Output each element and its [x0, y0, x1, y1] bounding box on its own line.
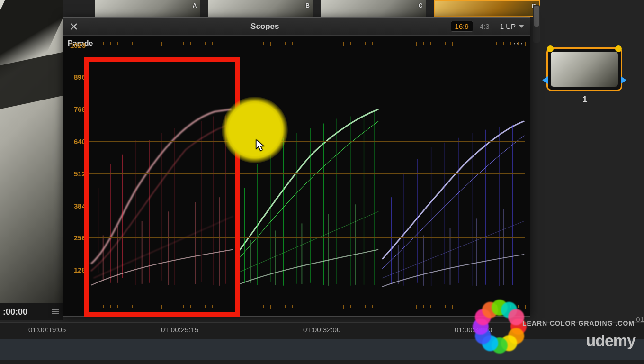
node-item[interactable]	[546, 47, 622, 91]
thumbnail-letter: A	[193, 2, 197, 9]
scopes-title: Scopes	[79, 22, 451, 31]
gallery-thumbnail-b[interactable]: B	[208, 0, 313, 17]
timeline-timecode: 01:00:32:00	[303, 326, 340, 334]
timeline-ruler: 01:00:19:0501:00:25:1501:00:32:0001:00:3…	[0, 326, 644, 339]
timeline-track[interactable]	[0, 339, 644, 360]
brand-wreath-icon	[474, 300, 526, 353]
node-output-icon[interactable]	[621, 76, 626, 84]
timecode-options-icon[interactable]	[52, 309, 59, 314]
brand-platform-text: udemy	[586, 331, 635, 350]
timeline-timecode: 01:00:25:15	[161, 326, 198, 334]
parade-axis-label: 896	[65, 73, 86, 81]
parade-axis-label: 128	[65, 266, 86, 274]
gallery-thumbnail-c[interactable]: C	[321, 0, 426, 17]
timeline-timecode: 01:00:19:05	[28, 326, 66, 334]
parade-axis-label: 640	[65, 137, 86, 145]
node-label: 1	[582, 95, 587, 105]
source-viewer[interactable]	[0, 0, 63, 303]
node-thumbnail	[551, 52, 618, 87]
scopes-body: Parade ⋮	[63, 36, 530, 316]
parade-axis-label: 1023	[65, 41, 86, 49]
scopes-panel: Scopes 16:9 4:3 1 UP Parade ⋮	[63, 17, 530, 317]
cursor-highlight	[222, 97, 288, 163]
close-button[interactable]	[69, 21, 79, 32]
right-scrollbar[interactable]	[533, 5, 540, 43]
viewer-image	[0, 0, 63, 303]
scrollbar-thumb[interactable]	[534, 6, 539, 27]
aspect-16-9-button[interactable]: 16:9	[451, 21, 473, 32]
parade-axis-label: 768	[65, 105, 86, 113]
node-connector-top-left[interactable]	[547, 46, 554, 52]
viewer-timecode-value: :00:00	[3, 303, 27, 320]
node-connector-top-right[interactable]	[615, 46, 622, 52]
gallery-thumbnails: ABCD	[95, 0, 540, 17]
layout-dropdown[interactable]: 1 UP	[500, 22, 524, 30]
layout-dropdown-label: 1 UP	[500, 22, 516, 30]
parade-axis-label: 512	[65, 169, 86, 177]
mouse-cursor-icon	[256, 139, 265, 152]
chevron-down-icon	[519, 25, 524, 28]
close-icon	[70, 23, 78, 30]
viewer-timecode: :00:00	[0, 303, 63, 320]
parade-axis-label: 256	[65, 234, 86, 242]
aspect-4-3-button[interactable]: 4:3	[476, 21, 493, 31]
timeline[interactable]: 01:00:19:0501:00:25:1501:00:32:0001:00:3…	[0, 322, 644, 364]
app-root: :00:00 ABCD 1 Scopes 16:9 4:3 1 UP	[0, 0, 644, 364]
parade-axis-label: 384	[65, 201, 86, 209]
annotation-red-box	[84, 57, 240, 317]
brand-site-text: LEARN COLOR GRADING .COM	[522, 319, 635, 327]
thumbnail-letter: B	[305, 2, 310, 9]
timeline-tc-right-edge: 01	[636, 315, 644, 323]
gallery-thumbnail-a[interactable]: A	[95, 0, 200, 17]
scopes-header: Scopes 16:9 4:3 1 UP	[63, 18, 530, 36]
gallery-thumbnail-d[interactable]: D	[434, 0, 540, 17]
node-input-icon[interactable]	[542, 76, 548, 84]
thumbnail-letter: C	[419, 2, 423, 9]
